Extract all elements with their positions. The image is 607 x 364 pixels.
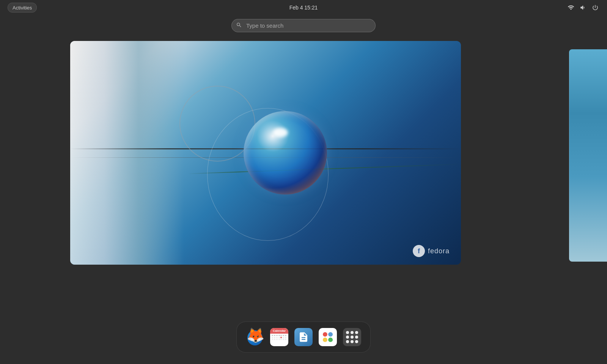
fedora-label: fedora [428,247,450,255]
grid-dot-5 [351,336,354,339]
search-wrapper [231,19,376,32]
dock-item-calendar[interactable]: Calendar [269,326,290,348]
soap-bubble [244,111,327,195]
top-bar-center: Feb 4 15:21 [289,5,318,11]
date-time: Feb 4 15:21 [289,5,318,11]
wallpaper-background: f fedora [70,41,461,265]
calendar-header: Calendar [270,328,288,334]
power-icon[interactable] [591,3,599,12]
activities-button[interactable]: Activities [8,3,37,13]
grid-dot-7 [346,340,349,343]
dock-item-appgrid[interactable] [341,326,363,348]
dock-item-firefox[interactable]: 🦊 [244,326,266,348]
glass-tube-left [70,41,184,265]
top-bar-left: Activities [8,3,37,13]
svg-point-3 [328,337,333,342]
svg-point-0 [323,332,327,337]
volume-icon[interactable] [579,3,587,12]
firefox-flame-overlay: 🦊 [247,328,264,342]
dock-item-files[interactable] [293,326,314,348]
files-icon-svg [298,331,309,343]
side-preview-strip [569,49,607,262]
appgrid-icon [343,328,361,346]
system-tray [567,3,599,12]
grid-dot-2 [351,331,354,334]
svg-point-1 [328,332,333,337]
wallpaper-preview: f fedora [70,41,461,265]
calendar-body [270,334,288,341]
grid-dot-8 [351,340,354,343]
search-container [231,19,376,32]
grid-dot-1 [346,331,349,334]
grid-dot-3 [355,331,358,334]
top-bar: Activities Feb 4 15:21 [0,0,607,15]
grid-dot-4 [346,336,349,339]
files-icon [294,328,313,346]
appgrid-dots [346,331,358,343]
software-icon [319,328,337,346]
firefox-icon: 🦊 [247,329,263,345]
network-icon[interactable] [567,3,575,12]
side-preview-background [569,49,607,262]
dock: 🦊 Calendar [236,322,371,353]
dock-item-software[interactable] [317,326,338,348]
fedora-watermark: f fedora [413,245,450,257]
calendar-icon: Calendar [270,328,288,346]
fedora-logo-icon: f [413,245,425,257]
bubble-highlight [273,128,288,137]
search-input[interactable] [231,19,376,32]
grid-dot-6 [355,336,358,339]
grid-dot-9 [355,340,358,343]
svg-point-2 [323,337,327,342]
software-icon-svg [321,330,335,344]
